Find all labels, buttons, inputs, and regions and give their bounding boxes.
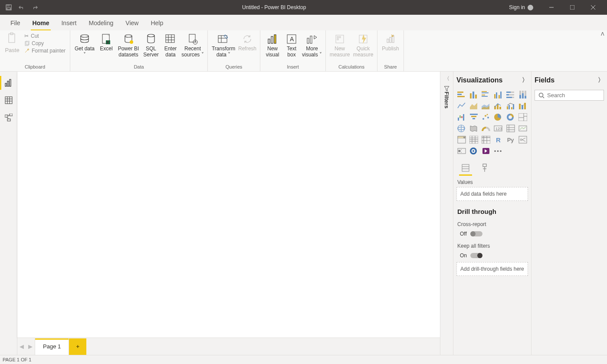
- viz-area-icon[interactable]: [469, 101, 479, 111]
- cross-report-toggle[interactable]: [470, 231, 482, 236]
- viz-funnel-icon[interactable]: [469, 112, 479, 122]
- fields-search-input[interactable]: [547, 92, 607, 98]
- svg-rect-66: [494, 94, 495, 98]
- viz-pie-icon[interactable]: [493, 112, 503, 122]
- svg-rect-75: [506, 97, 512, 98]
- svg-rect-144: [459, 150, 460, 152]
- sql-server-button[interactable]: SQL Server: [141, 32, 161, 59]
- page-tab-1[interactable]: Page 1: [35, 338, 69, 355]
- svg-line-159: [543, 97, 544, 98]
- svg-rect-87: [499, 107, 501, 109]
- recent-sources-button[interactable]: Recent sources ˅: [180, 32, 205, 59]
- svg-rect-45: [10, 79, 11, 86]
- viz-r-icon[interactable]: R: [493, 135, 503, 144]
- viz-100-stacked-bar-icon[interactable]: [505, 90, 516, 99]
- viz-qna-icon[interactable]: [469, 146, 479, 156]
- undo-icon[interactable]: [18, 4, 25, 11]
- viz-more-icon[interactable]: •••: [493, 146, 503, 156]
- sign-in-button[interactable]: Sign in: [509, 4, 533, 10]
- viz-decomposition-tree-icon[interactable]: [456, 146, 467, 156]
- minimize-button[interactable]: [542, 1, 561, 14]
- quick-measure-button: Quick measure: [352, 32, 374, 59]
- view-data-button[interactable]: [0, 92, 17, 109]
- viz-map-icon[interactable]: [456, 124, 467, 133]
- text-box-button[interactable]: AText box: [283, 32, 300, 59]
- viz-stacked-bar-icon[interactable]: [456, 90, 467, 99]
- tab-help[interactable]: Help: [144, 16, 169, 30]
- svg-rect-41: [390, 37, 391, 43]
- viz-gauge-icon[interactable]: [481, 124, 491, 133]
- values-dropzone[interactable]: Add data fields here: [456, 187, 528, 201]
- svg-rect-101: [472, 118, 475, 119]
- viz-line-stacked-column-icon[interactable]: [493, 101, 503, 111]
- viz-key-influencers-icon[interactable]: [518, 135, 528, 144]
- keep-filters-toggle[interactable]: [470, 253, 482, 258]
- report-canvas[interactable]: [17, 72, 440, 338]
- add-page-button[interactable]: +: [69, 338, 86, 355]
- excel-button[interactable]: XExcel: [97, 32, 115, 53]
- close-button[interactable]: [584, 1, 603, 14]
- svg-rect-1: [7, 5, 10, 7]
- viz-line-icon[interactable]: [456, 101, 467, 111]
- viz-100-stacked-column-icon[interactable]: [518, 90, 528, 99]
- group-queries: Transform data ˅ Refresh Queries: [208, 30, 260, 71]
- view-report-button[interactable]: [0, 74, 17, 92]
- viz-filled-map-icon[interactable]: [469, 124, 479, 133]
- page-prev-button[interactable]: ◀: [17, 338, 26, 355]
- svg-rect-73: [506, 94, 509, 95]
- svg-point-103: [485, 115, 486, 117]
- viz-treemap-icon[interactable]: [518, 112, 528, 122]
- viz-multi-row-card-icon[interactable]: [505, 124, 516, 133]
- viz-clustered-column-icon[interactable]: [493, 90, 503, 99]
- viz-ribbon-icon[interactable]: [518, 101, 528, 111]
- viz-powerapps-icon[interactable]: [481, 146, 491, 156]
- redo-icon[interactable]: [31, 4, 38, 11]
- filters-label: Filters: [443, 92, 450, 108]
- chevron-right-icon[interactable]: 〉: [522, 76, 528, 84]
- view-model-button[interactable]: [0, 109, 17, 126]
- transform-data-button[interactable]: Transform data ˅: [210, 32, 236, 59]
- more-visuals-button[interactable]: More visuals ˅: [301, 32, 323, 59]
- filters-collapsed-pane[interactable]: 〈 Filters: [440, 72, 453, 355]
- viz-card-icon[interactable]: 123: [493, 124, 503, 133]
- tab-insert[interactable]: Insert: [55, 16, 82, 30]
- tab-file[interactable]: File: [4, 16, 26, 30]
- search-icon: [538, 92, 545, 98]
- save-icon[interactable]: [5, 4, 12, 11]
- fields-tab-button[interactable]: [459, 162, 472, 174]
- viz-python-icon[interactable]: Py: [505, 135, 516, 144]
- viz-table-icon[interactable]: [469, 135, 479, 144]
- svg-rect-77: [519, 95, 521, 98]
- tab-home[interactable]: Home: [26, 16, 56, 30]
- get-data-button[interactable]: Get data ˅: [73, 32, 96, 59]
- status-bar: PAGE 1 OF 1: [0, 355, 607, 364]
- page-next-button[interactable]: ▶: [26, 338, 35, 355]
- drill-through-dropzone[interactable]: Add drill-through fields here: [456, 262, 528, 276]
- svg-rect-38: [337, 39, 338, 40]
- enter-data-button[interactable]: Enter data: [161, 32, 180, 59]
- viz-slicer-icon[interactable]: [456, 135, 467, 144]
- viz-matrix-icon[interactable]: [481, 135, 491, 144]
- tab-view[interactable]: View: [119, 16, 144, 30]
- svg-marker-82: [470, 103, 477, 109]
- viz-line-clustered-column-icon[interactable]: [505, 101, 516, 111]
- svg-rect-4: [570, 5, 574, 10]
- pbi-datasets-button[interactable]: Power BI datasets: [116, 32, 141, 59]
- format-tab-button[interactable]: [478, 162, 491, 174]
- tab-modeling[interactable]: Modeling: [82, 16, 119, 30]
- viz-stacked-area-icon[interactable]: [481, 101, 491, 111]
- collapse-ribbon-icon[interactable]: ᐱ: [601, 31, 604, 37]
- viz-clustered-bar-icon[interactable]: [481, 90, 491, 99]
- chevron-right-icon[interactable]: 〉: [598, 76, 604, 84]
- svg-rect-90: [511, 107, 512, 109]
- visualizations-pane: Visualizations 〉 123: [453, 72, 531, 355]
- viz-donut-icon[interactable]: [505, 112, 516, 122]
- new-visual-button[interactable]: New visual: [263, 32, 282, 59]
- maximize-button[interactable]: [563, 1, 582, 14]
- viz-scatter-icon[interactable]: [481, 112, 491, 122]
- viz-stacked-column-icon[interactable]: [469, 90, 479, 99]
- fields-search[interactable]: [535, 90, 604, 101]
- viz-kpi-icon[interactable]: [518, 124, 528, 133]
- quick-measure-icon: [357, 33, 370, 45]
- viz-waterfall-icon[interactable]: [456, 112, 467, 122]
